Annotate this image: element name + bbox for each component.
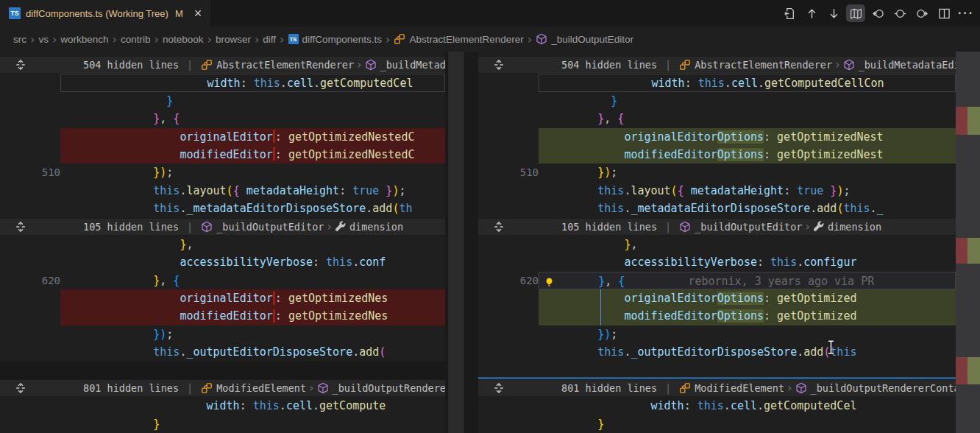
symbol-name: dimension bbox=[828, 219, 881, 235]
code-text[interactable]: }); bbox=[539, 325, 956, 343]
unfold-icon[interactable] bbox=[493, 59, 505, 71]
symbol-crumb[interactable]: ModifiedElement bbox=[679, 380, 784, 396]
code-text[interactable]: this.layout({ metadataHeight: true }); bbox=[60, 182, 445, 200]
code-text[interactable]: modifiedEditor: getOptimizedNes bbox=[60, 307, 445, 325]
breadcrumb-item-contrib[interactable]: contrib bbox=[121, 34, 151, 45]
code-line: }); bbox=[0, 325, 445, 343]
token: } bbox=[597, 328, 604, 341]
left-editor-scrollbar[interactable] bbox=[448, 52, 464, 433]
code-text[interactable]: width: this.cell.getComputedCellCon bbox=[539, 74, 956, 91]
close-icon[interactable]: × bbox=[194, 7, 202, 20]
code-text[interactable]: originalEditorOptions: getOptimized bbox=[539, 289, 956, 307]
unfold-icon[interactable] bbox=[15, 382, 26, 394]
code-text[interactable]: } bbox=[60, 415, 445, 433]
breadcrumb-item--buildoutputeditor[interactable]: _buildOutputEditor bbox=[536, 33, 633, 45]
code-text[interactable]: this.layout({ metadataHeight: true }); bbox=[539, 182, 956, 200]
previous-change-icon[interactable] bbox=[802, 4, 821, 22]
unfold-icon[interactable] bbox=[493, 382, 505, 394]
code-text[interactable]: modifiedEditorOptions: getOptimized bbox=[539, 307, 956, 325]
code-text[interactable]: }); bbox=[60, 325, 445, 343]
class-icon bbox=[201, 382, 213, 394]
symbol-crumb[interactable]: _buildMetadataEditor bbox=[843, 57, 956, 73]
lightbulb-icon[interactable] bbox=[544, 275, 555, 289]
symbol-crumb[interactable]: ModifiedElement bbox=[201, 380, 306, 396]
breadcrumb-item-abstractelementrenderer[interactable]: AbstractElementRenderer bbox=[394, 33, 523, 45]
collapse-unchanged-regions-icon[interactable] bbox=[846, 4, 865, 22]
code-text[interactable]: modifiedEditorOptions: getOptimizedNest bbox=[539, 146, 956, 163]
split-editor-icon[interactable] bbox=[934, 4, 954, 22]
symbol-crumb[interactable]: dimension bbox=[813, 219, 881, 235]
hidden-lines-header[interactable]: 504 hidden lines|AbstractElementRenderer… bbox=[0, 56, 445, 74]
symbol-crumb[interactable]: _buildOutputRendererCont bbox=[317, 380, 445, 396]
code-text[interactable]: this._outputEditorDisposeStore.add(this bbox=[539, 343, 956, 361]
go-to-file-icon[interactable] bbox=[780, 4, 799, 22]
code-text[interactable]: }, { bbox=[539, 110, 956, 127]
code-text[interactable]: }, bbox=[539, 236, 956, 253]
diff-pane-modified[interactable]: 504 hidden lines|AbstractElementRenderer… bbox=[478, 52, 980, 433]
breadcrumb-item-workbench[interactable]: workbench bbox=[60, 34, 108, 45]
arrow-circle-left-icon[interactable] bbox=[868, 4, 887, 22]
code-text[interactable]: accessibilityVerbose: this.configur bbox=[539, 253, 956, 271]
breadcrumb-item-browser[interactable]: browser bbox=[216, 34, 251, 45]
token: : bbox=[764, 130, 770, 144]
tab-diffcomponents[interactable]: TS diffComponents.ts (Working Tree) M × bbox=[0, 0, 211, 27]
hidden-lines-header[interactable]: 504 hidden lines|AbstractElementRenderer… bbox=[478, 56, 956, 74]
unfold-icon[interactable] bbox=[15, 221, 26, 233]
code-text[interactable]: width: this.cell.getComputedCel bbox=[60, 74, 445, 91]
symbol-crumb[interactable]: _buildOutputRendererContainer bbox=[795, 380, 956, 396]
code-text[interactable]: this._metadataEditorDisposeStore.add(thi… bbox=[539, 200, 956, 217]
symbol-name: ModifiedElement bbox=[695, 380, 784, 396]
diff-pane-original[interactable]: 504 hidden lines|AbstractElementRenderer… bbox=[0, 52, 445, 433]
code-text[interactable]: }, { bbox=[60, 272, 445, 289]
symbol-crumb[interactable]: _buildMetadataEd bbox=[365, 57, 445, 73]
code-text[interactable]: }, {rebornix, 3 years ago via PR bbox=[539, 272, 956, 289]
code-text[interactable]: width: this.cell.getComputedCel bbox=[539, 397, 956, 415]
line-number bbox=[519, 110, 539, 127]
token bbox=[100, 202, 153, 215]
unfold-icon[interactable] bbox=[15, 59, 26, 71]
cube-icon bbox=[843, 59, 855, 71]
code-text[interactable]: }); bbox=[60, 163, 445, 181]
breadcrumb-item-notebook[interactable]: notebook bbox=[163, 34, 204, 45]
code-text[interactable] bbox=[60, 362, 445, 379]
code-text[interactable]: modifiedEditor: getOptimizedNestedC bbox=[60, 146, 445, 163]
hidden-lines-header[interactable]: 105 hidden lines|_buildOutputEditor›dime… bbox=[0, 218, 445, 236]
symbol-crumb[interactable]: AbstractElementRenderer bbox=[679, 57, 832, 73]
unfold-icon[interactable] bbox=[493, 221, 505, 233]
close-icon[interactable]: × bbox=[194, 7, 202, 20]
code-text[interactable]: accessibilityVerbose: this.conf bbox=[60, 253, 445, 271]
breadcrumb-item-diffcomponents-ts[interactable]: TSdiffComponents.ts bbox=[288, 34, 383, 45]
hidden-lines-header[interactable]: 105 hidden lines|_buildOutputEditor›dime… bbox=[478, 218, 956, 236]
code-text[interactable]: this._outputEditorDisposeStore.add( bbox=[60, 343, 445, 361]
code-text[interactable]: }, { bbox=[60, 110, 445, 127]
breadcrumb-item-src[interactable]: src bbox=[13, 34, 26, 45]
symbol-crumb[interactable]: AbstractElementRenderer bbox=[201, 57, 354, 73]
code-text[interactable]: originalEditor: getOptimizedNes bbox=[60, 289, 445, 307]
more-actions-icon[interactable]: ··· bbox=[956, 4, 976, 22]
code-text[interactable]: } bbox=[539, 415, 956, 433]
class-icon bbox=[679, 382, 691, 394]
code-text[interactable]: originalEditor: getOptimizedNestedC bbox=[60, 128, 445, 146]
symbol-crumb[interactable]: _buildOutputEditor bbox=[201, 219, 324, 235]
code-text[interactable]: originalEditorOptions: getOptimizedNest bbox=[539, 128, 956, 146]
added-line: originalEditorOptions: getOptimizedNest bbox=[478, 128, 956, 146]
breadcrumb: src›vs›workbench›contrib›notebook›browse… bbox=[0, 27, 980, 52]
hidden-lines-header[interactable]: 801 hidden lines|ModifiedElement›_buildO… bbox=[478, 379, 956, 397]
code-text[interactable]: }); bbox=[539, 163, 956, 181]
code-text[interactable] bbox=[539, 362, 956, 377]
arrow-circle-right-icon[interactable] bbox=[912, 4, 931, 22]
symbol-crumb[interactable]: _buildOutputEditor bbox=[679, 219, 802, 235]
breadcrumb-item-vs[interactable]: vs bbox=[38, 34, 49, 45]
token: modifiedEditor bbox=[180, 148, 272, 161]
code-text[interactable]: } bbox=[539, 92, 956, 110]
breadcrumb-item-diff[interactable]: diff bbox=[263, 34, 276, 45]
code-text[interactable]: } bbox=[60, 92, 445, 110]
code-text[interactable]: width: this.cell.getCompute bbox=[60, 397, 445, 415]
overview-ruler[interactable] bbox=[956, 52, 980, 433]
code-text[interactable]: this._metadataEditorDisposeStore.add(th bbox=[60, 200, 445, 217]
code-text[interactable]: }, bbox=[60, 236, 445, 253]
hidden-lines-header[interactable]: 801 hidden lines|ModifiedElement›_buildO… bbox=[0, 379, 445, 397]
next-change-icon[interactable] bbox=[824, 4, 843, 22]
circle-outline-icon[interactable] bbox=[890, 4, 909, 22]
symbol-crumb[interactable]: dimension bbox=[335, 219, 403, 235]
